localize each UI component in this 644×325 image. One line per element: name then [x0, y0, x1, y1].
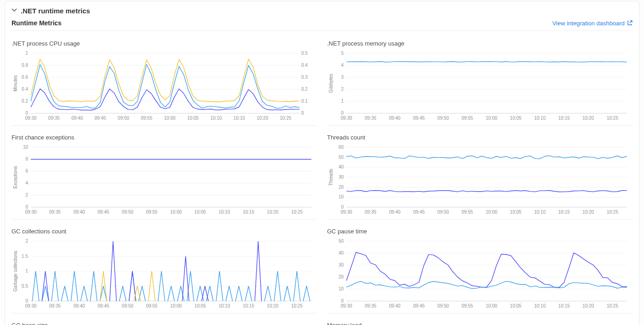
svg-text:10:25: 10:25 — [607, 303, 618, 308]
chart-title: Memory load — [327, 322, 632, 325]
svg-text:09:45: 09:45 — [413, 209, 425, 215]
svg-text:2: 2 — [25, 192, 28, 197]
svg-text:0.1: 0.1 — [301, 99, 308, 104]
svg-text:10:15: 10:15 — [558, 116, 570, 121]
svg-text:10:05: 10:05 — [510, 209, 522, 215]
svg-text:09:55: 09:55 — [141, 116, 152, 121]
svg-text:10:10: 10:10 — [210, 116, 222, 121]
svg-text:09:35: 09:35 — [365, 209, 376, 215]
svg-text:4: 4 — [25, 180, 28, 186]
svg-text:09:55: 09:55 — [461, 303, 473, 308]
svg-text:20: 20 — [339, 185, 344, 190]
chart-plot[interactable]: 010203040506009:3009:3509:4009:4509:5009… — [327, 143, 632, 216]
svg-text:10:15: 10:15 — [243, 303, 254, 308]
chart-mem: .NET process memory usage01234509:3009:3… — [327, 32, 632, 126]
svg-text:0.4: 0.4 — [301, 63, 308, 68]
svg-text:09:30: 09:30 — [340, 303, 352, 308]
svg-text:3: 3 — [341, 75, 344, 80]
svg-text:10:25: 10:25 — [607, 116, 618, 121]
svg-text:10:10: 10:10 — [218, 209, 230, 215]
view-integration-dashboard-link[interactable]: View integration dashboard — [552, 20, 632, 27]
svg-text:10:00: 10:00 — [170, 303, 182, 308]
svg-text:09:50: 09:50 — [118, 116, 129, 121]
svg-text:09:45: 09:45 — [95, 116, 106, 121]
svg-text:5: 5 — [341, 51, 344, 56]
svg-text:09:45: 09:45 — [413, 303, 425, 308]
svg-text:09:50: 09:50 — [437, 116, 449, 121]
svg-text:0: 0 — [301, 110, 304, 116]
svg-text:10:05: 10:05 — [187, 116, 199, 121]
svg-text:0: 0 — [341, 204, 344, 209]
chart-plot[interactable]: 0102030405009:3009:3509:4009:4509:5009:5… — [327, 237, 632, 310]
chart-plot[interactable]: 00.511.5209:3009:3509:4009:4509:5009:551… — [12, 237, 317, 310]
chart-plot[interactable]: 00.20.40.60.8100.10.20.30.40.509:3009:35… — [12, 49, 317, 122]
runtime-metrics-header: Runtime Metrics — [12, 19, 62, 27]
svg-text:09:40: 09:40 — [71, 116, 83, 121]
svg-text:09:45: 09:45 — [98, 303, 109, 308]
chart-title: .NET process memory usage — [327, 40, 632, 47]
svg-text:20: 20 — [339, 274, 344, 279]
svg-text:0: 0 — [25, 110, 28, 116]
chart-title: .NET process CPU usage — [12, 40, 317, 47]
chart-title: First chance exceptions — [12, 134, 317, 141]
svg-text:10:20: 10:20 — [257, 116, 268, 121]
view-integration-dashboard-label: View integration dashboard — [552, 20, 625, 27]
svg-text:10:10: 10:10 — [534, 116, 546, 121]
chart-title: GC heap size — [12, 322, 317, 325]
svg-text:10:00: 10:00 — [486, 116, 497, 121]
chart-gcp: GC pause time0102030405009:3009:3509:400… — [327, 220, 632, 313]
svg-text:10:05: 10:05 — [510, 303, 522, 308]
svg-text:10: 10 — [23, 145, 29, 150]
svg-text:10:25: 10:25 — [607, 209, 618, 215]
svg-text:09:55: 09:55 — [146, 303, 157, 308]
chart-title: GC collections count — [12, 228, 317, 235]
chart-cpu: .NET process CPU usage00.20.40.60.8100.1… — [12, 32, 317, 126]
chevron-down-icon — [12, 7, 17, 14]
chart-memload: Memory load — [327, 313, 632, 325]
svg-text:1: 1 — [25, 268, 28, 273]
section-toggle[interactable]: .NET runtime metrics — [12, 6, 632, 17]
svg-text:10:10: 10:10 — [218, 303, 230, 308]
svg-text:09:55: 09:55 — [461, 116, 473, 121]
svg-text:09:50: 09:50 — [437, 303, 449, 308]
svg-text:09:35: 09:35 — [365, 116, 376, 121]
svg-text:0: 0 — [25, 298, 28, 303]
svg-text:10:05: 10:05 — [195, 209, 206, 215]
chart-plot[interactable]: 024681009:3009:3509:4009:4509:5009:5510:… — [12, 143, 317, 216]
svg-text:09:30: 09:30 — [25, 209, 36, 215]
svg-text:09:30: 09:30 — [25, 303, 36, 308]
svg-text:2: 2 — [341, 87, 344, 92]
svg-text:10:20: 10:20 — [582, 303, 594, 308]
svg-text:09:35: 09:35 — [48, 116, 60, 121]
svg-text:10:15: 10:15 — [558, 303, 570, 308]
chart-exc: First chance exceptions024681009:3009:35… — [12, 126, 317, 220]
svg-text:0: 0 — [25, 204, 28, 209]
svg-text:10:00: 10:00 — [486, 303, 497, 308]
svg-text:10:25: 10:25 — [291, 209, 303, 215]
svg-text:09:30: 09:30 — [340, 116, 352, 121]
svg-text:09:40: 09:40 — [389, 209, 401, 215]
svg-text:10:25: 10:25 — [291, 303, 303, 308]
svg-text:10: 10 — [339, 194, 344, 199]
svg-text:10:20: 10:20 — [582, 209, 594, 215]
svg-text:4: 4 — [341, 63, 344, 68]
svg-text:10:20: 10:20 — [267, 209, 278, 215]
svg-text:30: 30 — [339, 262, 344, 267]
svg-text:10: 10 — [339, 286, 344, 291]
svg-text:2: 2 — [25, 238, 28, 244]
svg-text:10:20: 10:20 — [267, 303, 278, 308]
svg-text:40: 40 — [339, 164, 344, 169]
chart-thr: Threads count010203040506009:3009:3509:4… — [327, 126, 632, 220]
svg-text:10:00: 10:00 — [164, 116, 176, 121]
svg-text:1: 1 — [25, 51, 28, 56]
svg-text:60: 60 — [339, 145, 344, 150]
svg-text:10:20: 10:20 — [582, 116, 594, 121]
svg-text:0.3: 0.3 — [301, 75, 308, 80]
svg-text:09:45: 09:45 — [413, 116, 425, 121]
svg-text:09:35: 09:35 — [365, 303, 376, 308]
svg-text:09:50: 09:50 — [122, 209, 133, 215]
svg-text:10:00: 10:00 — [170, 209, 182, 215]
svg-text:0.5: 0.5 — [22, 284, 28, 289]
chart-plot[interactable]: 01234509:3009:3509:4009:4509:5009:5510:0… — [327, 49, 632, 122]
svg-text:09:45: 09:45 — [98, 209, 109, 215]
